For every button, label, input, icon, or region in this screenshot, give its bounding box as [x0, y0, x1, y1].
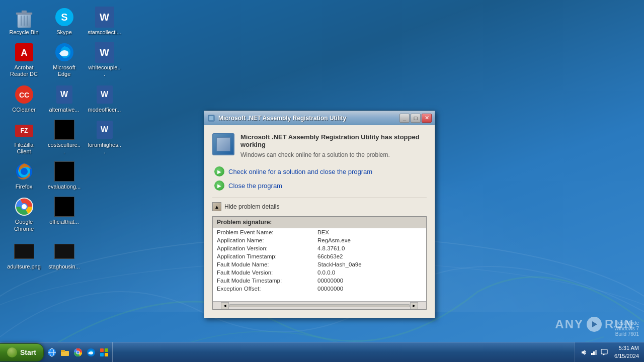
problem-table-row: Application Timestamp:66cb63e2: [213, 252, 426, 260]
officialthat-icon: [54, 197, 74, 217]
problem-table-row: Application Name:RegAsm.exe: [213, 236, 426, 244]
problem-key-cell: Application Timestamp:: [213, 252, 313, 260]
dialog-hide-details-toggle[interactable]: ▲ Hide problem details: [212, 202, 427, 211]
svg-text:A: A: [21, 48, 27, 58]
start-button[interactable]: Start: [0, 343, 44, 361]
desktop-icon-alternative[interactable]: alternative...: [45, 82, 83, 115]
desktop-icon-ccleaner[interactable]: CC CCleaner: [5, 82, 43, 115]
hide-details-label: Hide problem details: [224, 203, 279, 210]
starscollecti-label: starscollecti...: [88, 29, 121, 36]
tray-speaker-icon[interactable]: [580, 348, 588, 356]
dialog-action-check-online[interactable]: ▶ Check online for a solution and close …: [214, 166, 427, 176]
dialog-titlebar: Microsoft .NET Assembly Registration Uti…: [204, 111, 435, 125]
desktop-icon-forumhighes[interactable]: forumhighes...: [86, 118, 123, 157]
horizontal-scroll-track[interactable]: [229, 304, 410, 307]
dialog-title-icon: [207, 114, 215, 122]
evaluationg-icon: [54, 161, 74, 182]
check-online-label[interactable]: Check online for a solution and close th…: [228, 168, 372, 175]
problem-value-cell: 00000000: [313, 285, 426, 293]
problem-table-row: Exception Offset:00000000: [213, 285, 426, 293]
clock-time: 5:31 AM: [614, 344, 639, 352]
problem-value-cell: 66cb63e2: [313, 252, 426, 260]
desktop-icon-edge[interactable]: Microsoft Edge: [45, 40, 83, 79]
svg-point-23: [22, 204, 27, 209]
desktop-icon-starscollecti[interactable]: starscollecti...: [86, 5, 123, 38]
desktop-icons-row6: Google Chrome officialthat...: [5, 195, 123, 234]
ccleaner-label: CCleaner: [12, 107, 35, 113]
desktop-icon-adultsure[interactable]: adultsure.png: [5, 239, 43, 272]
costsculture-icon: [54, 120, 74, 140]
anyrun-play-icon: [587, 317, 602, 332]
svg-rect-43: [595, 350, 597, 355]
ql-ie-icon[interactable]: [46, 346, 58, 358]
problem-table-row: Problem Event Name:BEX: [213, 228, 426, 236]
desktop-icon-whitecouple[interactable]: whitecouple...: [86, 40, 123, 79]
problem-key-cell: Application Version:: [213, 244, 313, 252]
problem-value-cell: RegAsm.exe: [313, 236, 426, 244]
svg-text:FZ: FZ: [20, 127, 28, 134]
anyrun-text-any: ANY: [555, 317, 584, 331]
desktop-icons-row1: Recycle Bin S Skype starscollecti...: [5, 5, 123, 38]
dialog-action-close-program[interactable]: ▶ Close the program: [214, 180, 427, 191]
dialog-maximize-button[interactable]: □: [411, 114, 421, 123]
alternative-label: alternative...: [49, 107, 79, 113]
svg-marker-40: [582, 350, 585, 355]
desktop-icon-stagehousing[interactable]: staghousin...: [45, 239, 83, 272]
close-program-label[interactable]: Close the program: [228, 182, 282, 190]
ql-edge-icon[interactable]: [85, 346, 97, 358]
chrome-icon: [14, 197, 34, 217]
desktop-icon-acrobat[interactable]: A Acrobat Reader DC: [5, 40, 43, 79]
stagehousing-label: staghousin...: [48, 263, 79, 270]
svg-rect-37: [105, 348, 108, 352]
dialog-minimize-button[interactable]: _: [399, 114, 410, 123]
problem-key-cell: Fault Module Name:: [213, 260, 313, 268]
desktop-icons-row3: CC CCleaner alternative... modeofficer..…: [5, 82, 123, 115]
problem-details-panel: Problem signature: Problem Event Name:BE…: [212, 216, 427, 310]
dialog-title-text: Microsoft .NET Assembly Registration Uti…: [218, 115, 396, 122]
evaluationg-label: evaluationg...: [48, 184, 80, 190]
problem-value-cell: 0.0.0.0: [313, 268, 426, 277]
desktop-icons-container: Recycle Bin S Skype starscollecti...: [5, 5, 123, 272]
desktop-icon-evaluationg[interactable]: evaluationg...: [45, 159, 83, 192]
ql-chrome-icon[interactable]: [72, 346, 84, 358]
svg-rect-39: [105, 353, 108, 356]
desktop-icons-row2: A Acrobat Reader DC Microsoft Edge: [5, 40, 123, 79]
windows-info: Test Mode Windows 7 Build 7601: [614, 320, 639, 337]
problem-key-cell: Fault Module Version:: [213, 268, 313, 277]
desktop-icon-filezilla[interactable]: FZ FileZilla Client: [5, 118, 43, 157]
svg-rect-41: [591, 353, 593, 355]
desktop-icon-officialthat[interactable]: officialthat...: [45, 195, 83, 227]
filezilla-label: FileZilla Client: [7, 142, 41, 155]
tray-action-center-icon[interactable]: [600, 348, 608, 356]
desktop-icon-firefox[interactable]: Firefox: [5, 159, 43, 192]
problem-signature-header: Problem signature:: [213, 217, 426, 228]
system-clock[interactable]: 5:31 AM 6/15/2024: [610, 344, 639, 360]
desktop-icon-skype[interactable]: S Skype: [45, 5, 83, 38]
desktop-icon-costsculture[interactable]: costsculture...: [45, 118, 83, 157]
desktop-icon-recycle-bin[interactable]: Recycle Bin: [5, 5, 43, 38]
check-online-arrow-icon: ▶: [214, 166, 224, 176]
desktop-icon-modeofficer[interactable]: modeofficer...: [86, 82, 123, 115]
problem-details-body[interactable]: Problem Event Name:BEXApplication Name:R…: [213, 228, 426, 301]
build-label: Build 7601: [614, 331, 639, 337]
dialog-header-icon-inner: [216, 137, 230, 151]
scroll-left-button[interactable]: ◄: [221, 302, 229, 309]
tray-network-icon[interactable]: [590, 348, 598, 356]
problem-key-cell: Fault Module Timestamp:: [213, 277, 313, 285]
alternative-icon: [54, 84, 74, 105]
ql-folder-icon[interactable]: [59, 346, 71, 358]
problem-key-cell: Application Name:: [213, 236, 313, 244]
svg-rect-44: [601, 349, 607, 354]
dialog-header: Microsoft .NET Assembly Registration Uti…: [212, 133, 427, 158]
dialog-actions: ▶ Check online for a solution and close …: [212, 166, 427, 191]
scroll-right-button[interactable]: ►: [410, 302, 418, 309]
taskbar: Start: [0, 342, 644, 362]
ql-windows-icon[interactable]: [98, 346, 110, 358]
adultsure-icon: [14, 241, 34, 261]
edge-icon: [54, 42, 74, 62]
horizontal-scrollbar[interactable]: ◄ ►: [213, 301, 426, 309]
desktop-icon-chrome[interactable]: Google Chrome: [5, 195, 43, 234]
problem-table-row: Application Version:4.8.3761.0: [213, 244, 426, 252]
svg-rect-42: [593, 351, 595, 355]
dialog-close-button[interactable]: ✕: [422, 114, 432, 123]
